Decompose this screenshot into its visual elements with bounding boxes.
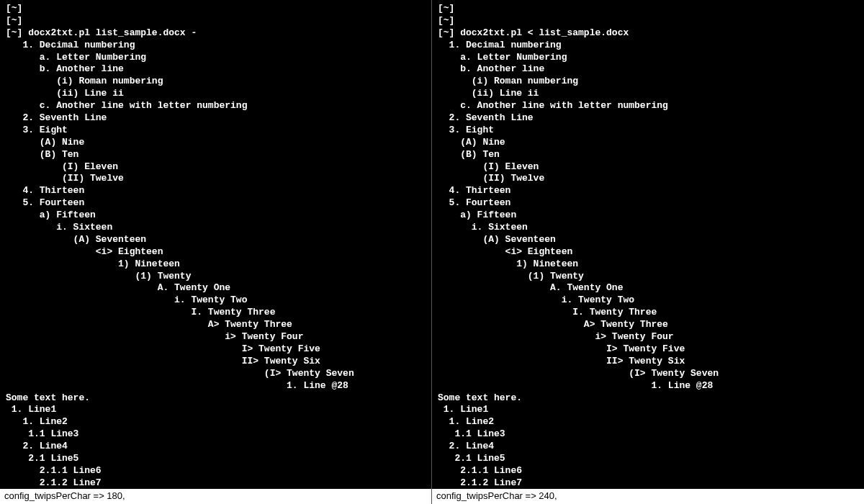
split-container: [~] [~] [~] docx2txt.pl list_sample.docx… <box>0 0 864 504</box>
footer-left: config_twipsPerChar => 180, <box>0 489 431 504</box>
footer-right: config_twipsPerChar => 240, <box>432 489 864 504</box>
terminal-output-right[interactable]: [~] [~] [~] docx2txt.pl < list_sample.do… <box>438 3 858 485</box>
terminal-output-left[interactable]: [~] [~] [~] docx2txt.pl list_sample.docx… <box>6 3 426 485</box>
left-pane: [~] [~] [~] docx2txt.pl list_sample.docx… <box>0 0 432 504</box>
right-pane: [~] [~] [~] docx2txt.pl < list_sample.do… <box>432 0 864 504</box>
